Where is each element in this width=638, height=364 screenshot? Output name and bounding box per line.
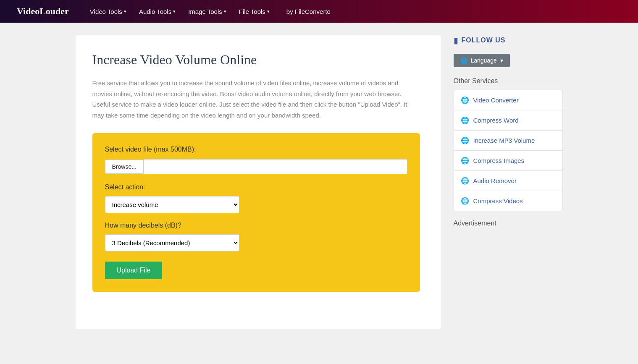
service-label: Compress Images <box>473 157 525 164</box>
decibels-select[interactable]: 1 Decibel 2 Decibels 3 Decibels (Recomme… <box>105 234 239 251</box>
chevron-down-icon: ▾ <box>173 9 176 14</box>
service-item-compress-word[interactable]: 🌐 Compress Word <box>454 110 562 131</box>
sidebar: ▮ FOLLOW US 🌐 Language ▾ Other Services … <box>454 35 563 329</box>
globe-icon: 🌐 <box>461 197 469 205</box>
brand-logo[interactable]: VideoLouder <box>17 6 69 17</box>
file-select-label: Select video file (max 500MB): <box>105 146 407 153</box>
follow-us-label: FOLLOW US <box>462 37 506 44</box>
language-label: Language <box>471 57 497 64</box>
globe-icon: 🌐 <box>461 157 469 165</box>
page-container: Increase Video Volume Online Free servic… <box>67 35 571 329</box>
service-label: Video Converter <box>473 97 519 104</box>
file-name-display <box>144 159 407 174</box>
language-button[interactable]: 🌐 Language ▾ <box>454 54 510 67</box>
nav-image-tools[interactable]: Image Tools ▾ <box>184 5 231 18</box>
globe-icon: 🌐 <box>460 57 467 64</box>
chevron-down-icon: ▾ <box>267 9 270 14</box>
upload-button[interactable]: Upload File <box>105 262 163 279</box>
page-description: Free service that allows you to increase… <box>92 78 420 120</box>
chevron-down-icon: ▾ <box>500 57 503 64</box>
main-nav: Video Tools ▾ Audio Tools ▾ Image Tools … <box>86 5 335 18</box>
header: VideoLouder Video Tools ▾ Audio Tools ▾ … <box>0 0 638 23</box>
service-item-compress-videos[interactable]: 🌐 Compress Videos <box>454 191 562 211</box>
upload-box: Select video file (max 500MB): Browse...… <box>92 133 420 292</box>
nav-by-fileconverto[interactable]: by FileConverto <box>282 5 335 18</box>
service-item-video-converter[interactable]: 🌐 Video Converter <box>454 90 562 110</box>
advertisement-title: Advertisement <box>454 220 563 227</box>
page-title: Increase Video Volume Online <box>92 52 420 68</box>
service-item-increase-mp3[interactable]: 🌐 Increase MP3 Volume <box>454 131 562 151</box>
globe-icon: 🌐 <box>461 116 469 124</box>
chevron-down-icon: ▾ <box>124 9 126 14</box>
main-content: Increase Video Volume Online Free servic… <box>76 35 441 329</box>
services-list: 🌐 Video Converter 🌐 Compress Word 🌐 Incr… <box>454 90 563 211</box>
globe-icon: 🌐 <box>461 136 469 144</box>
nav-audio-tools[interactable]: Audio Tools ▾ <box>135 5 180 18</box>
action-select[interactable]: Increase volume Decrease volume <box>105 196 239 213</box>
nav-file-tools[interactable]: File Tools ▾ <box>235 5 274 18</box>
browse-button[interactable]: Browse... <box>105 160 144 174</box>
nav-video-tools[interactable]: Video Tools ▾ <box>86 5 131 18</box>
file-input-row: Browse... <box>105 159 407 174</box>
other-services-title: Other Services <box>454 77 563 85</box>
service-item-compress-images[interactable]: 🌐 Compress Images <box>454 151 562 171</box>
globe-icon: 🌐 <box>461 177 469 185</box>
service-label: Compress Word <box>473 117 519 124</box>
chevron-down-icon: ▾ <box>224 9 226 14</box>
service-label: Audio Remover <box>473 177 517 184</box>
decibels-label: How many decibels (dB)? <box>105 222 407 229</box>
action-label: Select action: <box>105 183 407 191</box>
service-label: Increase MP3 Volume <box>473 137 535 144</box>
follow-us-section: ▮ FOLLOW US <box>454 35 563 45</box>
facebook-icon: ▮ <box>454 35 458 45</box>
globe-icon: 🌐 <box>461 96 469 104</box>
service-item-audio-remover[interactable]: 🌐 Audio Remover <box>454 171 562 191</box>
service-label: Compress Videos <box>473 197 523 204</box>
